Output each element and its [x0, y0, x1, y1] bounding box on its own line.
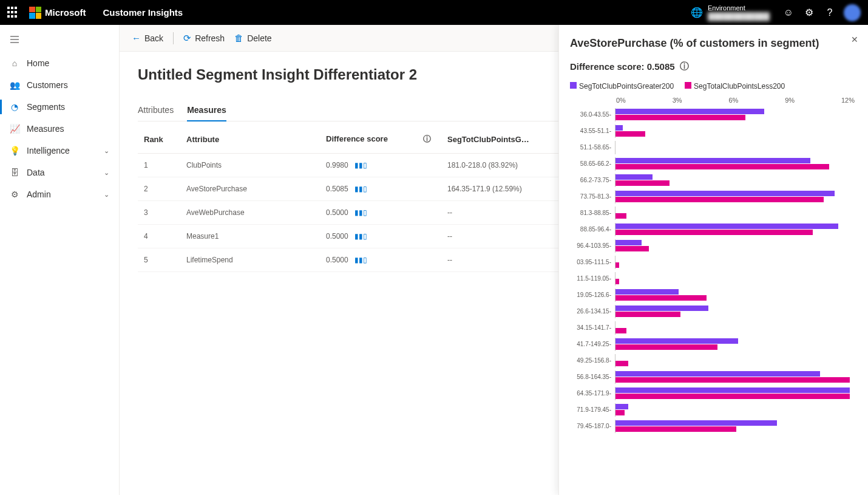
legend-item: SegTotalClubPointsLess200	[685, 82, 785, 90]
tab-measures[interactable]: Measures	[187, 100, 226, 121]
bar-chart-icon[interactable]: ▮▮▯	[354, 232, 367, 241]
bar-group	[615, 272, 857, 285]
bar-group	[615, 403, 857, 417]
divider	[173, 32, 174, 44]
bar-chart-icon[interactable]: ▮▮▯	[354, 185, 367, 193]
cell-score: 0.5000▮▮▯	[320, 248, 441, 272]
chart: 0%3%6%9%12% 36.0-43.55- 43.55-51.1- 51.1…	[570, 97, 857, 434]
flyout-score: Difference score: 0.5085 ⓘ	[570, 61, 857, 72]
feedback-icon[interactable]: ☺	[778, 2, 799, 23]
y-axis-label: 19.05-126.6-	[570, 292, 615, 298]
trash-icon: 🗑	[234, 33, 243, 43]
bar-series-b	[615, 180, 670, 186]
main-area: ←Back ⟳Refresh 🗑Delete Untitled Segment …	[120, 25, 868, 495]
bar-group	[615, 125, 857, 138]
y-axis-label: 64.35-171.9-	[570, 391, 615, 397]
info-icon[interactable]: ⓘ	[680, 61, 689, 72]
bar-group	[615, 420, 857, 433]
bar-series-b	[615, 344, 717, 350]
sidebar-item-customers[interactable]: 👥Customers	[0, 74, 119, 96]
tab-attributes[interactable]: Attributes	[138, 100, 174, 121]
cell-rank: 2	[138, 177, 180, 201]
bar-series-a	[615, 109, 764, 114]
cell-attribute: AveStorePurchase	[180, 177, 320, 201]
y-axis-label: 43.55-51.1-	[570, 128, 615, 134]
back-button[interactable]: ←Back	[132, 33, 163, 43]
bar-group	[615, 305, 857, 318]
bar-series-b	[615, 410, 625, 415]
axis-tick: 12%	[841, 97, 855, 104]
microsoft-logo-icon	[29, 7, 41, 19]
bar-chart-icon[interactable]: ▮▮▯	[354, 161, 367, 169]
chart-row: 03.95-111.5-	[570, 254, 857, 270]
sidebar-item-measures[interactable]: 📈Measures	[0, 118, 119, 140]
chart-row: 73.75-81.3-	[570, 188, 857, 205]
cell-rank: 4	[138, 225, 180, 248]
bar-series-b	[615, 131, 645, 137]
avatar[interactable]	[844, 4, 861, 21]
bar-group	[615, 387, 857, 400]
environment-name: ████████████	[708, 12, 770, 21]
info-icon[interactable]: ⓘ	[423, 134, 431, 143]
chart-row: 56.8-164.35-	[570, 369, 857, 385]
hamburger-button[interactable]	[0, 29, 119, 52]
details-flyout: ✕ AveStorePurchase (% of customers in se…	[558, 25, 868, 495]
y-axis-label: 36.0-43.55-	[570, 112, 615, 118]
bar-series-b	[615, 295, 707, 301]
chart-row: 81.3-88.85-	[570, 205, 857, 221]
refresh-icon: ⟳	[183, 33, 191, 44]
chart-row: 36.0-43.55-	[570, 106, 857, 123]
cell-rank: 1	[138, 154, 180, 177]
bar-chart-icon[interactable]: ▮▮▯	[354, 208, 367, 217]
sidebar-item-label: Segments	[27, 102, 65, 112]
bar-series-b	[615, 394, 850, 399]
bar-group	[615, 190, 857, 203]
bar-chart-icon[interactable]: ▮▮▯	[354, 256, 367, 264]
bar-series-b	[615, 328, 626, 333]
y-axis-label: 49.25-156.8-	[570, 358, 615, 364]
people-icon: 👥	[10, 80, 19, 90]
refresh-button[interactable]: ⟳Refresh	[183, 33, 225, 44]
axis-tick: 9%	[785, 97, 795, 104]
col-rank-header[interactable]: Rank	[138, 125, 180, 154]
bar-series-a	[615, 224, 838, 229]
measures-icon: 📈	[10, 124, 19, 134]
y-axis-label: 26.6-134.15-	[570, 309, 615, 315]
cell-attribute: Measure1	[180, 225, 320, 248]
chevron-down-icon: ⌄	[104, 191, 109, 199]
settings-icon[interactable]: ⚙	[799, 2, 819, 23]
sidebar-item-label: Admin	[27, 189, 51, 199]
sidebar-item-admin[interactable]: ⚙Admin⌄	[0, 183, 119, 205]
microsoft-logo: Microsoft	[29, 7, 86, 19]
close-button[interactable]: ✕	[851, 35, 858, 44]
y-axis-label: 03.95-111.5-	[570, 259, 615, 265]
app-launcher-icon[interactable]	[7, 7, 19, 19]
bar-group	[615, 338, 857, 351]
y-axis-label: 51.1-58.65-	[570, 145, 615, 151]
delete-button[interactable]: 🗑Delete	[234, 33, 271, 43]
bar-group	[615, 174, 857, 187]
sidebar-item-data[interactable]: 🗄Data⌄	[0, 162, 119, 183]
col-attribute-header[interactable]: Attribute	[180, 125, 320, 154]
bar-series-b	[615, 262, 619, 268]
sidebar-item-label: Home	[27, 58, 49, 68]
col-score-header[interactable]: Difference score ⓘ	[320, 125, 441, 154]
bar-group	[615, 256, 857, 269]
bulb-icon: 💡	[10, 146, 19, 155]
bar-series-a	[615, 191, 835, 196]
chevron-down-icon: ⌄	[104, 147, 109, 155]
sidebar-item-intelligence[interactable]: 💡Intelligence⌄	[0, 140, 119, 162]
cell-attribute: LifetimeSpend	[180, 248, 320, 272]
sidebar-item-segments[interactable]: ◔Segments	[0, 96, 119, 118]
chart-row: 43.55-51.1-	[570, 123, 857, 139]
gear-icon: ⚙	[10, 189, 19, 199]
y-axis-label: 41.7-149.25-	[570, 341, 615, 347]
back-label: Back	[144, 33, 163, 43]
environment-picker[interactable]: 🌐 Environment ████████████	[691, 4, 770, 21]
chevron-down-icon: ⌄	[104, 169, 109, 177]
bar-group	[615, 207, 857, 220]
sidebar-item-home[interactable]: ⌂Home	[0, 52, 119, 74]
bar-series-a	[615, 420, 777, 426]
cell-score: 0.9980▮▮▯	[320, 154, 441, 177]
help-icon[interactable]: ?	[819, 2, 840, 23]
